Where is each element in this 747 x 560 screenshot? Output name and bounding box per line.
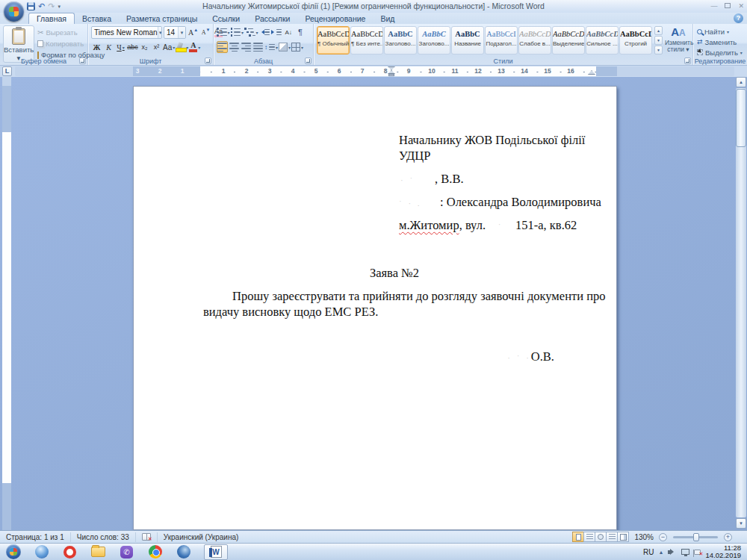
zoom-slider-thumb[interactable] <box>693 533 699 541</box>
zoom-slider[interactable] <box>673 536 718 538</box>
minimize-button[interactable]: — <box>710 1 717 10</box>
redo-icon[interactable]: ↷ <box>48 2 55 10</box>
taskbar-file-explorer-icon[interactable] <box>90 544 106 560</box>
full-screen-icon[interactable] <box>583 532 595 542</box>
network-icon[interactable] <box>681 549 689 555</box>
styles-scroll-down-icon[interactable]: ▼ <box>654 36 663 45</box>
word-count[interactable]: Число слов: 33 <box>71 532 136 542</box>
action-center-flag-icon[interactable] <box>694 550 701 555</box>
scroll-up-icon[interactable]: ▲ <box>736 77 746 87</box>
align-right-button[interactable] <box>241 41 252 53</box>
style-heading1[interactable]: AaBbCЗаголово... <box>384 26 417 55</box>
paragraph-dialog-launcher-icon[interactable] <box>305 57 311 64</box>
font-size-combo[interactable]: 14▼ <box>164 26 186 39</box>
change-case-button[interactable]: Aa▾ <box>163 41 175 53</box>
taskbar-opera-icon[interactable] <box>62 544 78 560</box>
help-icon[interactable]: ? <box>734 13 743 23</box>
show-marks-button[interactable]: ¶ <box>295 26 306 38</box>
line-spacing-button[interactable]: ↕▾ <box>264 41 278 53</box>
replace-button[interactable]: ⇄Заменить <box>697 37 743 47</box>
save-icon[interactable] <box>27 2 35 10</box>
web-layout-icon[interactable] <box>595 532 607 542</box>
undo-icon[interactable]: ↶ <box>38 2 45 10</box>
cut-button[interactable]: ✂Вырезать <box>37 27 87 38</box>
tab-selector[interactable]: L <box>2 66 12 76</box>
office-button[interactable] <box>4 1 24 22</box>
superscript-button[interactable]: x² <box>151 41 162 53</box>
underline-button[interactable]: Ч▾ <box>115 41 126 53</box>
style-subtle-emphasis[interactable]: AaBbCcDcСлабое в... <box>518 26 551 55</box>
shrink-font-button[interactable]: А▼ <box>200 27 211 39</box>
multilevel-list-button[interactable]: ▾ <box>244 26 258 38</box>
page-indicator[interactable]: Страница: 1 из 1 <box>0 532 71 542</box>
document-page[interactable]: Начальнику ЖОВ Подільської філії УДЦР · … <box>133 86 617 530</box>
zoom-out-icon[interactable]: − <box>659 533 667 541</box>
align-left-button[interactable] <box>217 41 228 53</box>
tab-review[interactable]: Рецензирование <box>297 13 373 24</box>
select-button[interactable]: Выделить▾ <box>697 47 743 57</box>
close-button[interactable]: ✕ <box>738 1 744 10</box>
speaker-icon[interactable] <box>668 549 677 555</box>
language-switcher[interactable]: RU <box>643 548 654 556</box>
language-indicator[interactable]: Украинский (Украина) <box>158 532 245 542</box>
subscript-button[interactable]: x₂ <box>139 41 150 53</box>
spellcheck-status[interactable] <box>136 532 158 542</box>
taskbar-chrome-icon[interactable] <box>147 544 163 560</box>
taskbar-viber-icon[interactable]: ✆ <box>119 544 134 560</box>
copy-button[interactable]: Копировать <box>37 38 87 49</box>
tab-references[interactable]: Ссылки <box>205 13 247 24</box>
style-emphasis[interactable]: AaBbCcDcВыделение <box>552 26 585 55</box>
tab-view[interactable]: Вид <box>373 13 402 24</box>
taskbar-word-icon[interactable]: W <box>204 544 228 560</box>
scroll-down-icon[interactable]: ▼ <box>736 518 746 529</box>
style-no-spacing[interactable]: AaBbCcDc¶ Без инте... <box>350 26 383 55</box>
print-layout-icon[interactable] <box>572 532 584 542</box>
numbering-button[interactable]: ▾ <box>231 26 244 38</box>
styles-dialog-launcher-icon[interactable] <box>684 57 691 64</box>
zoom-in-icon[interactable]: + <box>724 533 732 541</box>
italic-button[interactable]: К <box>103 41 114 53</box>
change-styles-button[interactable]: AA Изменить стили ▾ <box>665 25 692 53</box>
increase-indent-button[interactable] <box>271 26 282 38</box>
clock[interactable]: 11:28 14.02.2019 <box>705 544 743 560</box>
style-heading2[interactable]: AaBbCЗаголово... <box>418 26 450 55</box>
highlight-button[interactable]: ▾ <box>176 41 188 53</box>
style-intense-emphasis[interactable]: AaBbCcDcСильное ... <box>586 26 619 55</box>
qat-dropdown-icon[interactable]: ▾ <box>58 4 61 10</box>
shading-button[interactable]: ▾ <box>279 41 291 53</box>
taskbar-browser-icon[interactable] <box>176 544 191 560</box>
find-button[interactable]: Найти▾ <box>697 26 743 37</box>
restore-button[interactable] <box>725 3 731 8</box>
clipboard-dialog-launcher-icon[interactable] <box>79 57 86 64</box>
sort-button[interactable]: А↓ <box>283 26 294 38</box>
font-dialog-launcher-icon[interactable] <box>205 57 211 64</box>
justify-button[interactable] <box>252 41 264 53</box>
start-button[interactable] <box>5 544 21 560</box>
align-center-button[interactable] <box>229 41 240 53</box>
zoom-level[interactable]: 130% <box>634 533 654 541</box>
left-indent-marker[interactable] <box>388 74 394 76</box>
strikethrough-button[interactable]: abc <box>127 41 138 53</box>
outline-icon[interactable] <box>606 532 618 542</box>
draft-icon[interactable] <box>617 532 629 542</box>
font-family-combo[interactable]: Times New Roman▼ <box>91 26 162 39</box>
hidden-icons-chevron-icon[interactable]: ▲ <box>659 550 664 555</box>
decrease-indent-button[interactable] <box>259 26 270 38</box>
style-strong[interactable]: AaBbCcDcСтрогий <box>619 26 652 55</box>
style-normal[interactable]: AaBbCcDc¶ Обычный <box>317 26 350 55</box>
styles-scroll-up-icon[interactable]: ▲ <box>654 26 663 35</box>
font-color-button[interactable]: А▾ <box>189 41 200 53</box>
style-subtitle[interactable]: AaBbCcIПодзагол... <box>485 26 518 55</box>
tab-mailings[interactable]: Рассылки <box>247 13 297 24</box>
taskbar-globe-app-icon[interactable] <box>34 544 49 560</box>
bullets-button[interactable]: ▾ <box>217 26 230 38</box>
tab-home[interactable]: Главная <box>28 13 75 24</box>
tab-insert[interactable]: Вставка <box>75 13 119 24</box>
scrollbar-thumb[interactable] <box>736 89 746 147</box>
tab-page-layout[interactable]: Разметка страницы <box>119 13 205 24</box>
scrollbar-track[interactable] <box>736 88 746 517</box>
bold-button[interactable]: Ж <box>91 41 102 53</box>
borders-button[interactable]: ▾ <box>291 41 303 53</box>
style-title[interactable]: AaBbCНазвание <box>451 26 484 55</box>
grow-font-button[interactable]: А▲ <box>187 27 199 39</box>
